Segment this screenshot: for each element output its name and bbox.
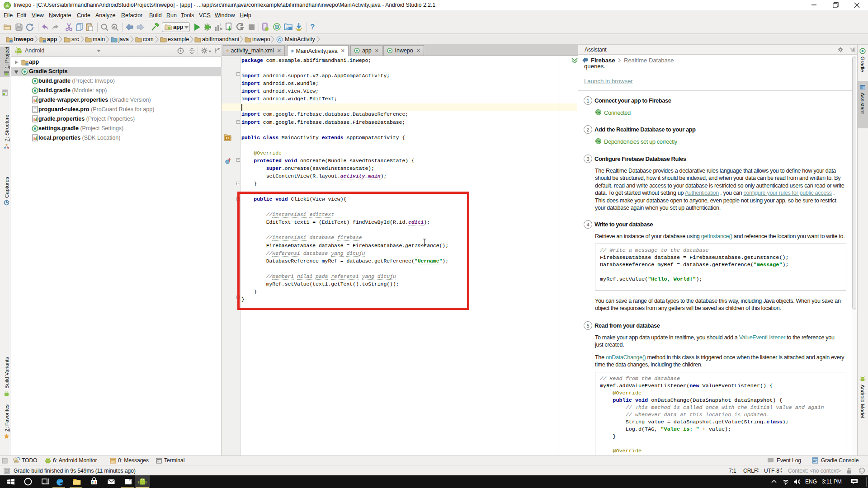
- svg-text:C: C: [292, 50, 293, 52]
- svg-text:C: C: [278, 38, 281, 42]
- svg-text:A: A: [113, 25, 116, 29]
